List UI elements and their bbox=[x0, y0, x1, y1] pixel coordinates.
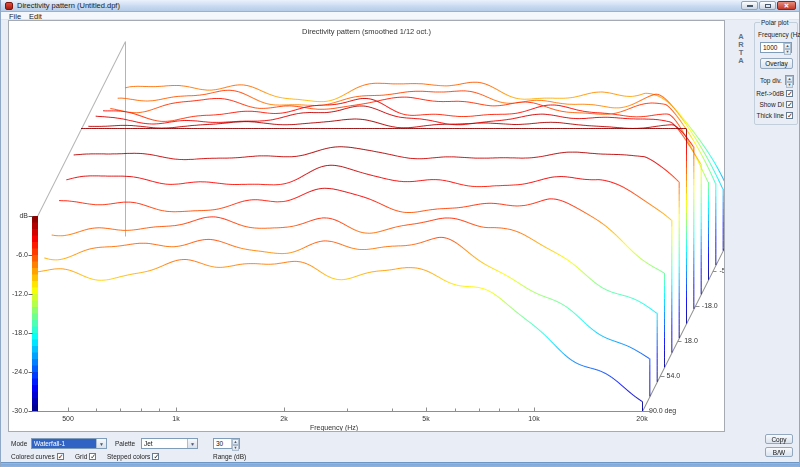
y-tick-label: dB bbox=[8, 212, 28, 219]
palette-select[interactable]: Jet ▼ bbox=[141, 438, 198, 449]
check-icon: ✓ bbox=[153, 453, 159, 460]
checkbox-box[interactable]: ✓ bbox=[152, 453, 159, 460]
checkbox-box[interactable]: ✓ bbox=[89, 453, 96, 460]
spin-down-icon[interactable]: ▼ bbox=[784, 49, 791, 55]
polar-frequency-label: Frequency (Hz) bbox=[758, 31, 800, 38]
dropdown-arrow-icon[interactable]: ▼ bbox=[187, 439, 197, 448]
app-icon bbox=[5, 2, 13, 10]
checkbox-ref-0db[interactable]: Ref->0dB ✓ bbox=[756, 90, 793, 97]
x-tick-label: 5k bbox=[411, 415, 441, 422]
checkbox-thick-line[interactable]: Thick line ✓ bbox=[757, 112, 793, 119]
z-tick-label: 54.0 bbox=[667, 372, 681, 379]
bw-button[interactable]: B/W bbox=[765, 447, 793, 457]
check-icon: ✓ bbox=[787, 112, 793, 119]
z-tick-label: -18.0 bbox=[702, 302, 718, 309]
y-tick-label: -24.0 bbox=[8, 368, 28, 375]
x-tick-label: 1k bbox=[161, 415, 191, 422]
window-bottom-border bbox=[1, 462, 799, 467]
x-tick-label: 10k bbox=[519, 415, 549, 422]
title-bar: Directivity pattern (Untitled.dpf) ✕ bbox=[1, 0, 799, 12]
dropdown-arrow-icon[interactable]: ▼ bbox=[96, 439, 106, 448]
z-tick-label: -54.0 bbox=[719, 267, 725, 274]
y-tick-label: -30.0 bbox=[8, 407, 28, 414]
window-title: Directivity pattern (Untitled.dpf) bbox=[17, 1, 120, 10]
checkbox-box[interactable]: ✓ bbox=[786, 90, 793, 97]
checkbox-show-di[interactable]: Show DI ✓ bbox=[759, 101, 793, 108]
x-tick-label: 2k bbox=[269, 415, 299, 422]
checkbox-grid[interactable]: Grid ✓ bbox=[75, 453, 96, 460]
chart-title: Directivity pattern (smoothed 1/12 oct.) bbox=[9, 27, 724, 36]
checkbox-box[interactable]: ✓ bbox=[786, 112, 793, 119]
y-tick-label: -18.0 bbox=[8, 329, 28, 336]
copy-button[interactable]: Copy bbox=[765, 434, 793, 444]
spin-down-icon[interactable]: ▼ bbox=[232, 445, 239, 451]
mode-select[interactable]: Waterfall-1 ▼ bbox=[31, 438, 107, 449]
top-div-label: Top div. bbox=[760, 77, 782, 84]
polar-plot-title: Polar plot bbox=[760, 19, 789, 26]
range-spinner[interactable]: 30 ▲ ▼ bbox=[213, 438, 240, 449]
checkbox-colored-curves[interactable]: Colored curves ✓ bbox=[11, 453, 64, 460]
check-icon: ✓ bbox=[90, 453, 96, 460]
app-window: Directivity pattern (Untitled.dpf) ✕ Fil… bbox=[0, 0, 800, 467]
spin-down-icon[interactable]: ▼ bbox=[786, 82, 793, 88]
mode-label: Mode bbox=[11, 440, 27, 447]
menu-bar: File Edit bbox=[1, 12, 799, 20]
palette-label: Palette bbox=[115, 440, 135, 447]
waterfall-canvas[interactable] bbox=[9, 21, 725, 432]
minimize-icon bbox=[747, 5, 753, 7]
checkbox-stepped-colors[interactable]: Stepped colors ✓ bbox=[107, 453, 159, 460]
top-div-spinner[interactable]: ▲ ▼ bbox=[785, 75, 794, 85]
check-icon: ✓ bbox=[787, 90, 793, 97]
maximize-button[interactable] bbox=[759, 1, 776, 10]
bottom-control-bar: Mode Waterfall-1 ▼ Palette Jet ▼ 30 ▲ ▼ … bbox=[1, 432, 799, 462]
check-icon: ✓ bbox=[787, 101, 793, 108]
range-db-label: Range (dB) bbox=[213, 453, 246, 460]
z-tick-label: 18.0 bbox=[684, 337, 698, 344]
polar-plot-groupbox: Polar plot Frequency (Hz) 1000 ▲ ▼ Overl… bbox=[754, 22, 798, 125]
close-button[interactable]: ✕ bbox=[777, 1, 796, 10]
arta-watermark: ARTA bbox=[736, 33, 746, 65]
checkbox-box[interactable]: ✓ bbox=[786, 101, 793, 108]
close-icon: ✕ bbox=[778, 2, 795, 10]
maximize-icon bbox=[765, 4, 771, 8]
x-axis-label: Frequency (Hz) bbox=[264, 424, 404, 431]
polar-frequency-spinner[interactable]: 1000 ▲ ▼ bbox=[760, 42, 792, 53]
overlay-button[interactable]: Overlay bbox=[760, 58, 793, 69]
y-tick-label: -6.0 bbox=[8, 251, 28, 258]
z-tick-label: 90.0 deg bbox=[649, 407, 676, 414]
check-icon: ✓ bbox=[58, 453, 64, 460]
minimize-button[interactable] bbox=[741, 1, 758, 10]
checkbox-box[interactable]: ✓ bbox=[57, 453, 64, 460]
y-tick-label: -12.0 bbox=[8, 290, 28, 297]
x-tick-label: 20k bbox=[627, 415, 657, 422]
x-tick-label: 500 bbox=[53, 415, 83, 422]
waterfall-chart: Directivity pattern (smoothed 1/12 oct.)… bbox=[8, 20, 725, 432]
